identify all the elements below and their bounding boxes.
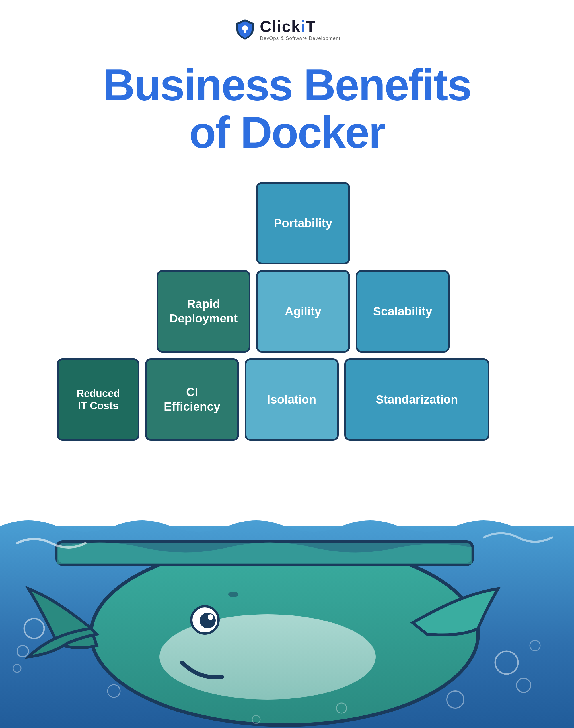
- svg-rect-1: [244, 31, 246, 33]
- container-ci-efficiency: CIEfficiency: [145, 358, 239, 441]
- svg-point-6: [200, 612, 216, 629]
- logo-container: ClickiT DevOps & Software Development: [234, 17, 340, 41]
- docker-scene: Portability RapidDeployment Agility Scal…: [0, 182, 574, 728]
- clickit-logo-icon: [234, 18, 256, 41]
- logo-subtitle: DevOps & Software Development: [260, 36, 340, 41]
- whale-ocean-area: www.clickittech.com: [0, 429, 574, 728]
- container-reduced-it-costs: ReducedIT Costs: [57, 358, 139, 441]
- container-scalability: Scalability: [356, 270, 450, 353]
- container-row-1: Portability: [57, 182, 350, 265]
- logo-area: ClickiT DevOps & Software Development: [234, 17, 340, 41]
- container-standardization: Standarization: [344, 358, 489, 441]
- svg-point-4: [159, 614, 376, 699]
- container-isolation: Isolation: [245, 358, 339, 441]
- logo-text: ClickiT DevOps & Software Development: [260, 17, 340, 41]
- svg-point-7: [208, 614, 213, 620]
- container-agility: Agility: [256, 270, 350, 353]
- container-row-2: RapidDeployment Agility Scalability: [57, 270, 450, 353]
- container-rapid-deployment: RapidDeployment: [157, 270, 250, 353]
- logo-brand-name: ClickiT: [260, 17, 340, 36]
- main-title: Business Benefits of Docker: [69, 61, 505, 156]
- containers-stack: Portability RapidDeployment Agility Scal…: [0, 182, 574, 441]
- svg-point-0: [242, 25, 248, 31]
- container-row-3: ReducedIT Costs CIEfficiency Isolation S…: [57, 358, 489, 441]
- whale-svg: www.clickittech.com: [0, 429, 574, 728]
- svg-point-8: [228, 592, 239, 597]
- container-portability: Portability: [256, 182, 350, 265]
